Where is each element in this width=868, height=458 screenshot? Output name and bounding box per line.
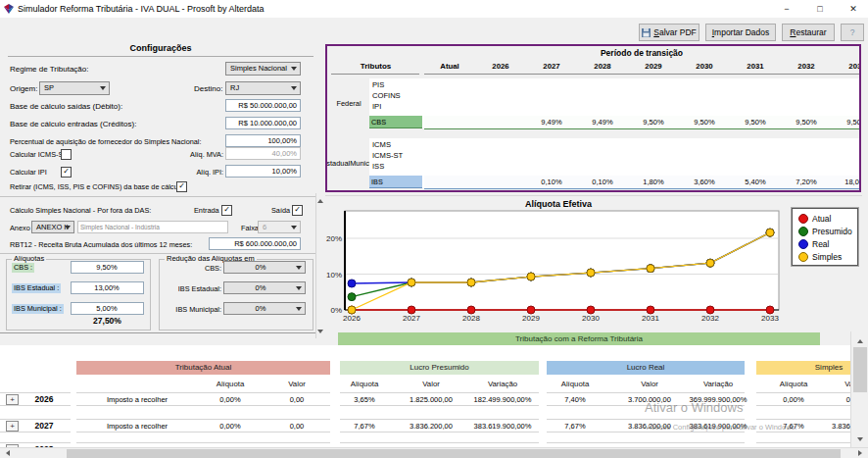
chevron-down-icon [291, 226, 297, 232]
calc-icmsst-checkbox[interactable] [61, 149, 72, 160]
config-scrollbar[interactable] [315, 193, 325, 338]
legend-label: Real [812, 238, 829, 250]
chevron-down-icon [296, 307, 302, 314]
horizontal-scroll-thumb[interactable] [67, 449, 841, 458]
transition-value-cell [424, 116, 475, 128]
origem-label: Origem: [10, 84, 37, 94]
destino-select[interactable]: RJ [225, 81, 301, 95]
ibs-municipal-aliquota-input[interactable]: 5,00% [71, 302, 144, 315]
scroll-up-icon[interactable] [857, 336, 863, 343]
restore-button[interactable]: Restaurar [782, 24, 835, 41]
legend-label: Simples [812, 251, 842, 263]
reform-banner: Tributação com a Reforma Tributária [338, 332, 820, 345]
config-title: Configurações [8, 43, 313, 53]
destino-label: Destino: [194, 84, 222, 94]
svg-text:10%: 10% [326, 271, 342, 280]
entrada-checkbox[interactable]: ✓ [221, 205, 232, 216]
restore-label: Restaurar [790, 27, 826, 37]
retirar-label: Retirar (ICMS, ISS, PIS e COFINS) da bas… [10, 182, 183, 192]
rbt12-input[interactable]: R$ 600.000.000,00 [209, 237, 301, 250]
app-logo-icon [4, 4, 14, 14]
help-label: ? [850, 27, 855, 37]
faixa-select[interactable]: 6 [258, 221, 301, 233]
column-header-simples: Valor [821, 379, 850, 390]
scroll-up-icon[interactable] [317, 196, 323, 203]
section-lucro-presumido: Lucro Presumido [340, 361, 539, 375]
cell-atual: 0,00% [196, 422, 265, 431]
percentual-simples-input[interactable]: 100,00% [225, 134, 301, 147]
calc-ipi-checkbox[interactable]: ✓ [61, 167, 72, 178]
transition-table: Período de transição Tributos Atual20262… [325, 44, 861, 192]
section-simples: Simples [756, 361, 850, 375]
legend-item-presumido: Presumido [793, 225, 857, 237]
period-header: Período de transição [424, 48, 859, 58]
regime-select[interactable]: Simples Nacional [225, 62, 301, 76]
maximize-icon[interactable]: □ [805, 0, 835, 18]
minimize-icon[interactable]: − [772, 0, 801, 18]
anexo-value: ANEXO II [36, 223, 69, 231]
svg-text:0%: 0% [330, 306, 342, 315]
aliquota-efetiva-chart: 0%10%20%20262027202820292030203120322033 [325, 196, 862, 333]
results-vertical-scrollbar[interactable] [850, 331, 868, 447]
cbs-aliquota-input[interactable]: 9,50% [71, 261, 144, 274]
save-pdf-button[interactable]: Salvar PDF [639, 24, 699, 41]
retirar-checkbox[interactable]: ✓ [176, 181, 187, 192]
vertical-scroll-thumb[interactable] [853, 347, 867, 392]
cell-presumido: 182.499.900,00% [460, 395, 545, 404]
rbt12-label: RBT12 - Receita Bruta Acumulada dos últi… [10, 240, 192, 250]
scroll-down-icon[interactable] [857, 437, 863, 444]
scroll-left-icon[interactable] [3, 450, 10, 456]
calc-ipi-label: Calcular IPI [10, 168, 47, 178]
windows-activation-watermark-sub: Acesse Configurações para ativar o Windo… [647, 423, 796, 432]
transition-value-cell: 5,40% [730, 176, 781, 188]
anexo-select[interactable]: ANEXO II [31, 221, 74, 233]
help-button[interactable]: ? [841, 24, 864, 41]
tributos-header: Tributos [327, 62, 424, 72]
header-underline [331, 74, 419, 75]
column-header-simples: Alíquota [762, 379, 825, 390]
transition-col-header: 2032 [781, 61, 832, 73]
group-estadual-municipal: EstadualMunicip [327, 138, 369, 188]
row-expander-button[interactable]: + [6, 394, 19, 405]
import-data-button[interactable]: Importar Dados [705, 24, 776, 41]
cell-simples: 3.836.200,00 [821, 422, 850, 431]
cell-atual: 0,00% [196, 395, 265, 404]
reducao-ibs-municipal-label: IBS Municipal: [147, 305, 221, 315]
origem-select[interactable]: SP [39, 81, 110, 95]
transition-value-cell: 9,50% [730, 116, 781, 128]
ipi-aliq-label: Alíq. IPI: [147, 168, 223, 178]
saida-checkbox[interactable]: ✓ [292, 205, 303, 216]
scroll-down-icon[interactable] [317, 330, 323, 336]
saida-label: Saída [271, 206, 290, 216]
entrada-label: Entrada [194, 206, 219, 216]
reducao-ibs-estadual-label: IBS Estadual: [147, 284, 221, 294]
column-header-presumido: Valor [392, 379, 470, 390]
results-table: Tributação Atual Lucro Presumido Lucro R… [0, 345, 850, 449]
reducao-ibs-estadual-select[interactable]: 0% [223, 281, 306, 294]
faixa-label: Faixa [241, 224, 259, 233]
horizontal-scrollbar[interactable] [0, 447, 868, 458]
ipi-input[interactable]: 10,00% [225, 165, 301, 178]
faixa-value: 6 [263, 223, 266, 231]
transition-value-cell: 9,49% [577, 116, 628, 128]
close-icon[interactable]: ✕ [839, 0, 868, 18]
column-header-atual: Valor [265, 379, 329, 390]
tax-name: ICMS-ST [372, 150, 403, 161]
ibs-estadual-aliquota-input[interactable]: 13,00% [71, 281, 144, 294]
row-expander-button[interactable]: + [6, 421, 19, 432]
ibs-municipal-chip: IBS Municipal : [12, 304, 64, 314]
app-window: Simulador Reforma Tributária - IVA DUAL … [0, 0, 868, 458]
base-entradas-input[interactable]: R$ 10.000.000,00 [225, 117, 301, 129]
cell-presumido: 7,67% [338, 422, 391, 431]
transition-value-cell [475, 176, 526, 188]
base-saidas-input[interactable]: R$ 50.000.000,00 [225, 99, 301, 112]
group-federal: Federal [329, 78, 368, 128]
legend-label: Atual [812, 213, 831, 225]
mva-input[interactable]: 40,00% [225, 147, 301, 160]
transition-value-cell: 7,20% [781, 176, 832, 188]
scroll-right-icon[interactable] [858, 450, 865, 456]
reducao-ibs-municipal-select[interactable]: 0% [223, 302, 306, 315]
tax-name: IPI [372, 101, 401, 112]
title-bar: Simulador Reforma Tributária - IVA DUAL … [0, 0, 868, 18]
reducao-cbs-select[interactable]: 0% [223, 261, 306, 274]
